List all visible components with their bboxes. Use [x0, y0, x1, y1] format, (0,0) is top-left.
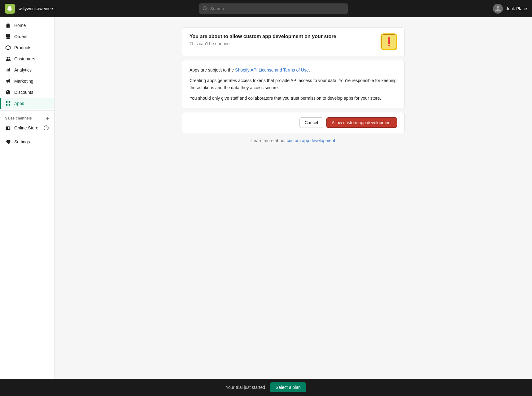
customers-icon: [5, 56, 11, 62]
discounts-icon: [5, 89, 11, 95]
learn-more-text: Learn more about: [251, 138, 287, 143]
terms-card: Apps are subject to the Shopify API Lice…: [182, 60, 405, 108]
apps-icon: [5, 100, 11, 107]
sidebar-item-apps-label: Apps: [14, 101, 24, 106]
terms-link[interactable]: Shopify API License and Terms of Use: [235, 67, 309, 72]
sidebar-item-products-label: Products: [14, 45, 31, 50]
warning-icon-box: ❗: [381, 34, 397, 50]
sidebar-item-home[interactable]: Home: [0, 20, 54, 31]
select-plan-button[interactable]: Select a plan: [270, 382, 306, 392]
search-input[interactable]: [210, 6, 344, 11]
svg-point-6: [46, 127, 46, 128]
topbar: willywonkaweiners Junk Place: [0, 0, 532, 17]
layout: Home Orders Products Customers Analytics: [0, 17, 532, 379]
sidebar-item-products[interactable]: Products: [0, 42, 54, 53]
settings-icon: [5, 139, 11, 145]
sales-channels-section: Sales channels +: [0, 112, 54, 122]
warning-card-header: You are about to allow custom app develo…: [190, 34, 397, 50]
terms-para3: You should only give staff and collabora…: [190, 95, 397, 102]
svg-point-0: [7, 57, 8, 59]
svg-rect-2: [6, 101, 7, 103]
marketing-icon: [5, 78, 11, 84]
sidebar-item-analytics[interactable]: Analytics: [0, 64, 54, 76]
learn-more-link[interactable]: custom app development: [287, 138, 335, 143]
svg-rect-3: [9, 101, 10, 103]
online-store-settings-icon[interactable]: [43, 125, 49, 131]
topbar-right: Junk Place: [493, 4, 527, 14]
bottom-bar: Your trial just started Select a plan: [0, 379, 532, 396]
trial-text: Your trial just started: [226, 385, 265, 390]
avatar[interactable]: [493, 4, 503, 14]
warning-subtitle: This can't be undone.: [190, 41, 336, 46]
store-name: willywonkaweiners: [19, 6, 54, 11]
shopify-logo: [5, 4, 15, 14]
terms-card-body: Apps are subject to the Shopify API Lice…: [190, 67, 397, 102]
terms-intro-text: Apps are subject to the: [190, 67, 235, 72]
add-sales-channel-button[interactable]: +: [46, 115, 49, 121]
cancel-button[interactable]: Cancel: [299, 117, 324, 128]
online-store-icon: [5, 125, 11, 131]
dialog-container: You are about to allow custom app develo…: [182, 27, 405, 143]
warning-card-text: You are about to allow custom app develo…: [190, 34, 336, 46]
action-row: Cancel Allow custom app development: [182, 112, 405, 133]
orders-icon: [5, 33, 11, 40]
sidebar-divider-2: [0, 135, 54, 135]
sidebar-item-marketing-label: Marketing: [14, 79, 33, 84]
sidebar-item-discounts-label: Discounts: [14, 90, 33, 95]
sidebar-item-marketing[interactable]: Marketing: [0, 76, 54, 87]
main-content: You are about to allow custom app develo…: [55, 17, 532, 379]
terms-period: .: [309, 67, 310, 72]
sidebar-item-discounts[interactable]: Discounts: [0, 87, 54, 98]
sidebar: Home Orders Products Customers Analytics: [0, 17, 55, 379]
svg-rect-5: [9, 104, 10, 106]
sidebar-item-customers[interactable]: Customers: [0, 53, 54, 64]
search-bar[interactable]: [199, 3, 348, 14]
sidebar-item-customers-label: Customers: [14, 56, 35, 61]
svg-rect-4: [6, 104, 7, 106]
settings-label: Settings: [14, 139, 30, 144]
home-icon: [5, 22, 11, 28]
sidebar-item-apps[interactable]: Apps: [0, 98, 54, 109]
online-store-label: Online Store: [14, 125, 38, 130]
sidebar-item-orders-label: Orders: [14, 34, 28, 39]
sales-channels-label: Sales channels: [5, 116, 32, 120]
sidebar-item-orders[interactable]: Orders: [0, 31, 54, 42]
analytics-icon: [5, 67, 11, 73]
search-icon: [203, 6, 207, 11]
learn-more: Learn more about custom app development: [182, 138, 405, 143]
warning-title: You are about to allow custom app develo…: [190, 34, 336, 39]
sidebar-item-home-label: Home: [14, 23, 26, 28]
terms-para2: Creating apps generates access tokens th…: [190, 77, 397, 91]
user-name: Junk Place: [506, 6, 527, 11]
sidebar-divider: [0, 110, 54, 111]
sidebar-item-online-store[interactable]: Online Store: [0, 122, 54, 133]
products-icon: [5, 45, 11, 51]
sidebar-item-settings[interactable]: Settings: [0, 136, 54, 147]
svg-point-1: [8, 57, 10, 59]
terms-intro-paragraph: Apps are subject to the Shopify API Lice…: [190, 67, 397, 73]
allow-custom-app-development-button[interactable]: Allow custom app development: [326, 117, 397, 128]
sidebar-item-analytics-label: Analytics: [14, 67, 32, 72]
warning-card: You are about to allow custom app develo…: [182, 27, 405, 56]
exclamation-icon: ❗: [384, 37, 395, 46]
